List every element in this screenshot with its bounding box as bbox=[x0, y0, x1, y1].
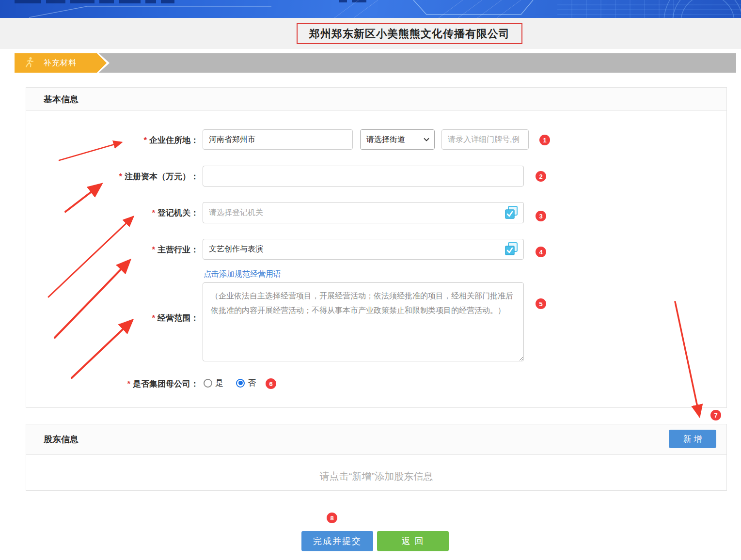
runner-icon bbox=[25, 57, 34, 69]
radio-no-label: 否 bbox=[248, 377, 256, 389]
capital-label: *注册资本（万元）： bbox=[73, 171, 199, 182]
annotation-badge-5: 5 bbox=[536, 298, 546, 309]
address-label: *企业住所地： bbox=[97, 135, 199, 146]
back-button[interactable]: 返 回 bbox=[377, 531, 449, 551]
radio-option-no[interactable]: 否 bbox=[236, 377, 256, 389]
industry-picker-icon[interactable] bbox=[504, 242, 519, 258]
annotation-badge-2: 2 bbox=[536, 171, 546, 182]
add-shareholder-button[interactable]: 新 增 bbox=[669, 430, 716, 448]
page-header: 郑州郑东新区小美熊熊文化传播有限公司 bbox=[0, 18, 741, 49]
radio-yes-label: 是 bbox=[215, 377, 223, 389]
radio-yes-icon[interactable] bbox=[204, 379, 212, 388]
group-parent-label: *是否集团母公司： bbox=[73, 378, 199, 389]
shareholders-title: 股东信息 bbox=[26, 434, 79, 445]
required-mark: * bbox=[152, 245, 155, 254]
required-mark: * bbox=[152, 313, 155, 323]
capital-input[interactable] bbox=[203, 166, 524, 187]
shareholders-header: 股东信息 bbox=[26, 424, 726, 455]
company-name: 郑州郑东新区小美熊熊文化传播有限公司 bbox=[297, 23, 522, 44]
annotation-badge-3: 3 bbox=[536, 211, 546, 221]
required-mark: * bbox=[152, 208, 155, 218]
radio-no-icon[interactable] bbox=[236, 379, 245, 388]
annotation-badge-4: 4 bbox=[536, 247, 546, 257]
top-banner bbox=[0, 0, 741, 18]
address-province-input[interactable] bbox=[203, 129, 353, 150]
authority-input[interactable] bbox=[203, 202, 524, 223]
basic-info-header: 基本信息 bbox=[26, 88, 726, 111]
chevron-down-icon bbox=[424, 138, 429, 141]
banner-decoration bbox=[0, 0, 741, 18]
add-standard-terms-link[interactable]: 点击添加规范经营用语 bbox=[204, 269, 281, 280]
industry-label: *主营行业： bbox=[102, 244, 199, 255]
basic-info-title: 基本信息 bbox=[26, 93, 79, 105]
street-select-value: 请选择街道 bbox=[366, 135, 405, 145]
required-mark: * bbox=[127, 379, 130, 389]
page: 郑州郑东新区小美熊熊文化传播有限公司 补充材料 基本信息 *企业住所地： 请选择… bbox=[0, 0, 741, 560]
submit-button[interactable]: 完成并提交 bbox=[301, 531, 373, 551]
authority-label: *登记机关： bbox=[102, 207, 199, 218]
authority-picker-icon[interactable] bbox=[504, 205, 519, 222]
required-mark: * bbox=[143, 136, 147, 145]
group-parent-radio-group: 是 否 bbox=[204, 377, 268, 389]
street-select[interactable]: 请选择街道 bbox=[360, 129, 435, 150]
annotation-badge-7: 7 bbox=[710, 410, 721, 420]
annotation-badge-6: 6 bbox=[266, 378, 276, 389]
scope-textarea[interactable]: （企业依法自主选择经营项目，开展经营活动；依法须经批准的项目，经相关部门批准后依… bbox=[203, 282, 524, 361]
scope-label: *经营范围： bbox=[102, 312, 199, 324]
step-bar: 补充材料 bbox=[15, 53, 736, 73]
annotation-badge-1: 1 bbox=[539, 135, 550, 145]
annotation-badge-8: 8 bbox=[327, 513, 337, 523]
required-mark: * bbox=[119, 172, 122, 181]
step-tab-supplement[interactable]: 补充材料 bbox=[15, 53, 107, 73]
radio-option-yes[interactable]: 是 bbox=[204, 377, 223, 389]
shareholders-empty-hint: 请点击“新增”添加股东信息 bbox=[26, 470, 727, 483]
address-detail-input[interactable] bbox=[441, 129, 529, 150]
industry-input[interactable] bbox=[203, 239, 524, 260]
step-tab-label: 补充材料 bbox=[44, 58, 77, 68]
